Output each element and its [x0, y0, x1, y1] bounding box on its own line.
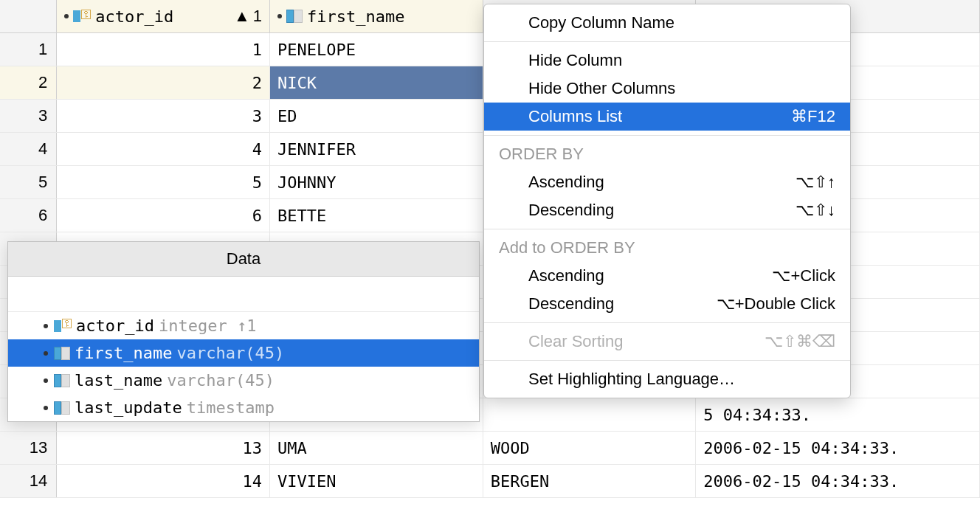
column-name: first_name [75, 344, 172, 362]
dot-icon [44, 324, 48, 328]
cell-last-update[interactable]: 2006-02-15 04:34:33. [696, 432, 980, 464]
column-type: timestamp [187, 398, 275, 417]
menu-order-asc[interactable]: Ascending⌥⇧↑ [484, 168, 850, 196]
menu-copy-column-name[interactable]: Copy Column Name [484, 9, 850, 37]
column-context-menu: Copy Column Name Hide Column Hide Other … [483, 4, 851, 398]
menu-separator [484, 135, 850, 136]
sort-indicator: ▲ 1 [234, 7, 262, 26]
column-header-first-name[interactable]: first_name [270, 0, 483, 32]
table-row[interactable]: 1414VIVIENBERGEN2006-02-15 04:34:33. [0, 465, 980, 498]
menu-section-order-by: ORDER BY [484, 140, 850, 168]
columns-list-popup: Data actor_id integer ↑1 first_name varc… [7, 241, 480, 422]
shortcut-label: ⌥+Click [772, 266, 835, 286]
cell-actor-id[interactable]: 1 [57, 33, 270, 66]
popup-search[interactable] [8, 277, 479, 312]
cell-actor-id[interactable]: 6 [57, 199, 270, 232]
column-type: integer ↑1 [159, 316, 256, 335]
cell-first-name[interactable]: JENNIFER [270, 133, 483, 165]
cell-actor-id[interactable]: 13 [57, 432, 270, 464]
row-number-cell[interactable]: 13 [0, 432, 57, 464]
popup-title: Data [8, 242, 479, 277]
column-type: varchar(45) [176, 344, 284, 362]
shortcut-label: ⌥⇧↓ [796, 201, 835, 220]
row-number-cell[interactable]: 1 [0, 33, 57, 66]
column-name: actor_id [76, 316, 154, 335]
cell-last-update[interactable]: 5 04:34:33. [696, 398, 980, 431]
menu-columns-list[interactable]: Columns List⌘F12 [484, 103, 850, 131]
cell-last-update[interactable]: 2006-02-15 04:34:33. [696, 465, 980, 497]
column-name: last_name [75, 371, 162, 390]
row-number-header[interactable] [0, 0, 57, 32]
row-number-cell[interactable]: 6 [0, 199, 57, 232]
row-number-cell[interactable]: 3 [0, 100, 57, 132]
column-icon [54, 401, 70, 415]
cell-first-name[interactable]: BETTE [270, 199, 483, 232]
menu-add-order-desc[interactable]: Descending⌥+Double Click [484, 290, 850, 318]
cell-first-name[interactable]: JOHNNY [270, 166, 483, 198]
column-label: first_name [307, 7, 404, 26]
columns-list-item[interactable]: last_update timestamp [8, 394, 479, 421]
row-number-cell[interactable]: 2 [0, 66, 57, 99]
cell-actor-id[interactable]: 4 [57, 133, 270, 165]
row-number-cell[interactable]: 5 [0, 166, 57, 198]
menu-hide-column[interactable]: Hide Column [484, 46, 850, 75]
columns-list-item[interactable]: actor_id integer ↑1 [8, 312, 479, 339]
column-type: varchar(45) [167, 371, 275, 390]
menu-add-order-asc[interactable]: Ascending⌥+Click [484, 262, 850, 290]
cell-actor-id[interactable]: 2 [57, 66, 270, 99]
menu-clear-sorting: Clear Sorting⌥⇧⌘⌫ [484, 328, 850, 356]
row-number-cell[interactable]: 4 [0, 133, 57, 165]
menu-order-desc[interactable]: Descending⌥⇧↓ [484, 196, 850, 224]
column-icon [277, 10, 303, 23]
cell-last-name[interactable]: BERGEN [483, 465, 697, 497]
pk-icon [64, 9, 91, 24]
menu-separator [484, 41, 850, 42]
column-header-actor-id[interactable]: actor_id ▲ 1 [57, 0, 270, 32]
shortcut-label: ⌥⇧⌘⌫ [765, 332, 835, 351]
dot-icon [44, 378, 48, 383]
cell-first-name[interactable]: UMA [270, 432, 483, 464]
dot-icon [44, 351, 48, 356]
cell-last-name[interactable]: WOOD [483, 432, 697, 464]
cell-first-name[interactable]: PENELOPE [270, 33, 483, 66]
cell-first-name[interactable]: NICK [270, 66, 483, 99]
dot-icon [44, 406, 48, 410]
menu-separator [484, 229, 850, 229]
pk-icon [54, 319, 72, 333]
cell-last-name[interactable] [483, 398, 697, 431]
cell-actor-id[interactable]: 14 [57, 465, 270, 497]
cell-first-name[interactable]: VIVIEN [270, 465, 483, 497]
menu-hide-other-columns[interactable]: Hide Other Columns [484, 75, 850, 103]
column-label: actor_id [95, 7, 173, 26]
column-name: last_update [75, 398, 182, 417]
cell-actor-id[interactable]: 5 [57, 166, 270, 198]
column-icon [54, 347, 70, 360]
menu-set-highlighting-language[interactable]: Set Highlighting Language… [484, 365, 850, 393]
table-row[interactable]: 1313UMAWOOD2006-02-15 04:34:33. [0, 432, 980, 465]
columns-list-item[interactable]: last_name varchar(45) [8, 367, 479, 394]
menu-separator [484, 360, 850, 361]
cell-first-name[interactable]: ED [270, 100, 483, 132]
row-number-cell[interactable]: 14 [0, 465, 57, 497]
menu-section-add-order-by: Add to ORDER BY [484, 234, 850, 262]
shortcut-label: ⌥+Double Click [717, 294, 835, 314]
column-icon [54, 374, 70, 387]
menu-separator [484, 322, 850, 323]
cell-actor-id[interactable]: 3 [57, 100, 270, 132]
shortcut-label: ⌘F12 [791, 107, 835, 126]
shortcut-label: ⌥⇧↑ [796, 173, 835, 192]
columns-list-item[interactable]: first_name varchar(45) [8, 339, 479, 367]
